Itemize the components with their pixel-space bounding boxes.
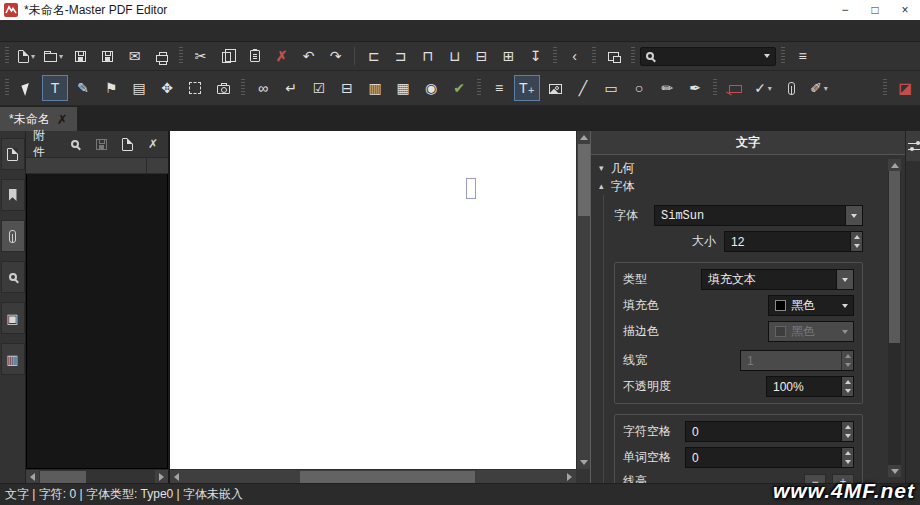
opacity-input[interactable]: 100% — [766, 376, 854, 397]
attachments-save-button[interactable] — [93, 136, 109, 152]
listbox-field-tool[interactable]: ▥ — [362, 75, 388, 101]
new-document-button[interactable]: ▾ — [14, 45, 39, 68]
align-bottom-button[interactable]: ⊔ — [442, 45, 467, 68]
spin-down-icon[interactable] — [842, 458, 853, 468]
search-input[interactable] — [658, 50, 760, 62]
save-button[interactable] — [68, 45, 93, 68]
section-geometry[interactable]: ▾ 几何 — [599, 159, 871, 177]
search-dropdown-icon[interactable] — [764, 54, 770, 58]
add-text-tool[interactable]: T₊ — [514, 75, 540, 101]
eraser-tool[interactable]: ◪ — [892, 75, 918, 101]
layers-panel-button[interactable]: ▣ — [1, 302, 25, 334]
section-font[interactable]: ▴ 字体 — [599, 177, 871, 195]
scrollbar-thumb[interactable] — [578, 144, 590, 216]
scroll-left-icon[interactable] — [26, 470, 39, 483]
copy-button[interactable] — [215, 45, 240, 68]
scroll-down-icon[interactable] — [888, 465, 901, 477]
attachments-add-button[interactable] — [119, 136, 135, 152]
back-button[interactable]: ‹ — [562, 45, 587, 68]
print-button[interactable] — [149, 45, 174, 68]
scroll-right-icon[interactable] — [155, 470, 168, 483]
pencil-tool[interactable]: ✏ — [654, 75, 680, 101]
type-select[interactable]: 填充文本 — [701, 269, 854, 290]
attach-file-tool[interactable] — [778, 75, 804, 101]
center-horizontal-button[interactable]: ⊟ — [469, 45, 494, 68]
signature-field-tool[interactable]: ✔ — [446, 75, 472, 101]
cut-button[interactable]: ✂ — [188, 45, 213, 68]
column-description[interactable] — [146, 158, 168, 173]
maximize-button[interactable]: □ — [860, 0, 890, 20]
column-name[interactable] — [26, 158, 146, 173]
bookmarks-panel-button[interactable] — [1, 179, 25, 211]
checkbox-field-tool[interactable]: ☑ — [306, 75, 332, 101]
add-image-tool[interactable] — [542, 75, 568, 101]
email-button[interactable]: ✉ — [122, 45, 147, 68]
select-area-tool[interactable] — [182, 75, 208, 101]
callout-tool[interactable] — [722, 75, 748, 101]
undo-button[interactable]: ↶ — [296, 45, 321, 68]
attachments-search-button[interactable] — [67, 136, 83, 152]
spin-up-icon[interactable] — [851, 232, 862, 242]
forms-panel-button[interactable]: ▥ — [1, 343, 25, 375]
combobox-field-tool[interactable]: ⊟ — [334, 75, 360, 101]
snapshot-tool[interactable] — [210, 75, 236, 101]
close-button[interactable]: × — [890, 0, 920, 20]
tab-close-icon[interactable]: ✗ — [57, 112, 68, 127]
char-spacing-input[interactable]: 0 — [685, 421, 854, 442]
center-vertical-button[interactable]: ⊞ — [496, 45, 521, 68]
paste-button[interactable] — [242, 45, 267, 68]
spin-down-icon[interactable] — [851, 242, 862, 252]
edit-object-tool[interactable]: ✎ — [70, 75, 96, 101]
font-size-input[interactable]: 12 — [724, 231, 863, 252]
font-family-select[interactable]: SimSun — [654, 205, 863, 226]
ellipse-tool[interactable]: ○ — [626, 75, 652, 101]
spin-up-icon[interactable] — [842, 448, 853, 458]
edit-form-tool[interactable]: ⚑ — [98, 75, 124, 101]
scroll-down-icon[interactable] — [577, 456, 590, 469]
form-list-tool[interactable]: ▤ — [126, 75, 152, 101]
highlight-tool[interactable]: ✐ ▾ — [806, 75, 832, 101]
delete-button[interactable]: ✗ — [269, 45, 294, 68]
word-spacing-input[interactable]: 0 — [685, 447, 854, 468]
pen-tool[interactable]: ✒ — [682, 75, 708, 101]
spin-up-icon[interactable] — [842, 377, 853, 387]
attachments-list[interactable] — [26, 174, 168, 469]
text-field-tool[interactable]: ↵ — [278, 75, 304, 101]
dropdown-arrow-icon[interactable] — [836, 296, 853, 315]
spin-down-icon[interactable] — [842, 432, 853, 442]
attachments-panel-button[interactable] — [1, 220, 25, 252]
link-tool[interactable]: ∞ — [250, 75, 276, 101]
fill-color-select[interactable]: 黑色 — [768, 295, 854, 316]
scrollbar-thumb[interactable] — [300, 471, 475, 483]
edit-text-tool[interactable]: T — [42, 75, 68, 101]
form-properties-tool[interactable]: ▦ — [390, 75, 416, 101]
scroll-up-icon[interactable] — [577, 131, 590, 144]
save-as-button[interactable] — [95, 45, 120, 68]
scrollbar-thumb[interactable] — [40, 471, 86, 483]
rectangle-tool[interactable]: ▭ — [598, 75, 624, 101]
hand-tool[interactable]: ✥ — [154, 75, 180, 101]
pages-panel-button[interactable] — [1, 138, 25, 170]
arrange-button[interactable]: ↧ — [523, 45, 548, 68]
scroll-right-icon[interactable] — [563, 470, 576, 483]
check-annotation-tool[interactable]: ✓ ▾ — [750, 75, 776, 101]
attachments-delete-button[interactable]: ✗ — [145, 136, 161, 152]
align-top-button[interactable]: ⊓ — [415, 45, 440, 68]
minimize-button[interactable]: − — [830, 0, 860, 20]
dropdown-arrow-icon[interactable] — [845, 206, 862, 225]
fit-selection-button[interactable] — [601, 45, 626, 68]
line-tool[interactable]: ╱ — [570, 75, 596, 101]
dropdown-arrow-icon[interactable] — [836, 270, 853, 289]
spin-down-icon[interactable] — [842, 387, 853, 397]
align-right-button[interactable]: ⊐ — [388, 45, 413, 68]
toolbar-menu-button[interactable]: ≡ — [790, 45, 815, 68]
spin-up-icon[interactable] — [842, 422, 853, 432]
radio-field-tool[interactable]: ◉ — [418, 75, 444, 101]
scroll-left-icon[interactable] — [170, 470, 183, 483]
scroll-up-icon[interactable] — [888, 159, 901, 171]
scrollbar-thumb[interactable] — [889, 171, 900, 343]
redo-button[interactable]: ↷ — [323, 45, 348, 68]
open-document-button[interactable]: ▾ — [41, 45, 66, 68]
properties-toggle-button[interactable] — [906, 131, 920, 161]
search-panel-button[interactable] — [1, 261, 25, 293]
